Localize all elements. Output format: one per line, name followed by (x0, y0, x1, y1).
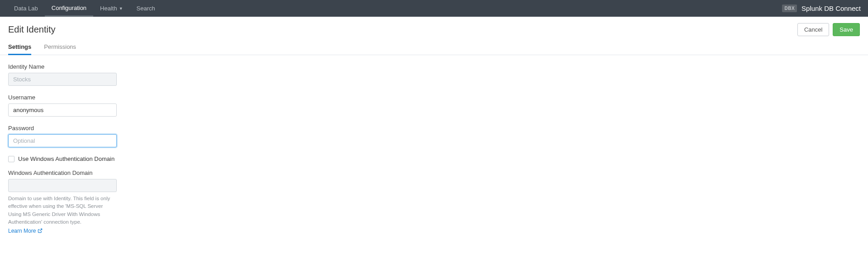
tab-settings[interactable]: Settings (8, 40, 31, 55)
win-auth-checkbox-label: Use Windows Authentication Domain (18, 155, 114, 162)
username-group: Username (8, 94, 119, 117)
top-navigation: Data Lab Configuration Health ▼ Search D… (0, 0, 868, 17)
win-auth-domain-input (8, 179, 117, 192)
svg-line-0 (40, 229, 42, 231)
page-title: Edit Identity (8, 24, 56, 35)
win-auth-domain-group: Windows Authentication Domain Domain to … (8, 169, 119, 234)
nav-item-health[interactable]: Health ▼ (93, 0, 130, 17)
nav-left: Data Lab Configuration Health ▼ Search (7, 0, 162, 17)
form-area: Identity Name Username Password Use Wind… (0, 55, 127, 250)
learn-more-label: Learn More (8, 228, 36, 234)
win-auth-checkbox-row: Use Windows Authentication Domain (8, 155, 119, 162)
nav-item-health-label: Health (100, 5, 117, 12)
cancel-button[interactable]: Cancel (797, 23, 829, 36)
tabs: Settings Permissions (0, 40, 868, 55)
password-group: Password (8, 125, 119, 147)
password-label: Password (8, 125, 119, 132)
identity-name-group: Identity Name (8, 63, 119, 86)
win-auth-help-text: Domain to use with Identity. This field … (8, 195, 117, 226)
dbx-badge: DBX (782, 5, 797, 12)
password-input[interactable] (8, 134, 117, 147)
identity-name-input (8, 73, 117, 86)
nav-item-search[interactable]: Search (130, 0, 162, 17)
app-name: Splunk DB Connect (801, 5, 861, 12)
header-buttons: Cancel Save (797, 23, 860, 36)
external-link-icon (38, 228, 43, 234)
win-auth-checkbox[interactable] (8, 156, 14, 162)
identity-name-label: Identity Name (8, 63, 119, 70)
win-auth-domain-label: Windows Authentication Domain (8, 169, 119, 176)
learn-more-link[interactable]: Learn More (8, 228, 43, 234)
page-header: Edit Identity Cancel Save (0, 17, 868, 40)
tab-permissions[interactable]: Permissions (44, 40, 76, 55)
save-button[interactable]: Save (833, 23, 860, 36)
nav-item-configuration[interactable]: Configuration (45, 0, 93, 17)
nav-right: DBX Splunk DB Connect (782, 5, 861, 12)
username-label: Username (8, 94, 119, 101)
nav-item-data-lab[interactable]: Data Lab (7, 0, 45, 17)
caret-down-icon: ▼ (119, 6, 123, 11)
username-input[interactable] (8, 103, 117, 117)
